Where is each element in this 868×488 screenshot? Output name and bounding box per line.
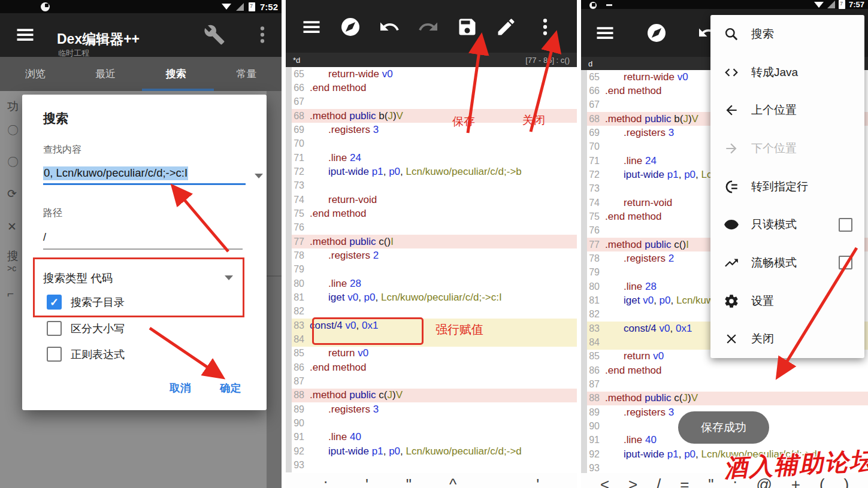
line-number: 82 <box>286 305 310 319</box>
code-line-86[interactable]: 86.end method <box>581 363 868 377</box>
line-number: 86 <box>286 360 310 374</box>
code-line-67[interactable]: 67 <box>286 95 577 109</box>
code-line-87[interactable]: 87 <box>286 374 577 388</box>
code-line-75[interactable]: 75.end method <box>286 207 577 220</box>
symbol-key[interactable]: < <box>600 474 609 488</box>
code-line-81[interactable]: 81iget v0, p0, Lcn/kuwo/peculiar/c/d;->c… <box>286 290 577 304</box>
menu-item-goto-line[interactable]: 转到指定行 <box>710 168 864 206</box>
symbol-key[interactable]: " <box>406 474 412 488</box>
signal-icon <box>827 1 835 8</box>
code-line-78[interactable]: 78.registers 2 <box>286 248 577 262</box>
code-line-72[interactable]: 72iput-wide p1, p0, Lcn/kuwo/peculiar/c/… <box>286 165 577 178</box>
find-input[interactable]: 0, Lcn/kuwo/peculiar/c/d;->c:I <box>43 166 246 185</box>
code-line-88[interactable]: 88.method public c(J)V <box>286 389 577 402</box>
code-line-65[interactable]: 65return-wide v0 <box>286 67 577 81</box>
line-number: 68 <box>581 112 605 126</box>
middle-phone-panel: *d [77 - 86] : c() 65return-wide v066.en… <box>286 0 577 488</box>
code-line-77[interactable]: 77.method public c()I <box>286 235 577 248</box>
menu-item-arrow-right[interactable]: 下个位置 <box>710 129 864 168</box>
code-line-74[interactable]: 74return-void <box>286 193 577 207</box>
symbol-key[interactable]: : <box>323 474 328 488</box>
code-text: iput-wide p1, p0, Lcn/kuwo/peculiar/c/d;… <box>310 165 522 178</box>
menu-icon[interactable] <box>594 22 616 44</box>
symbol-key[interactable]: ' <box>536 474 539 488</box>
code-line-71[interactable]: 71.line 24 <box>286 151 577 165</box>
checkbox-unchecked[interactable] <box>839 256 852 269</box>
code-line-90[interactable]: 90 <box>286 416 577 430</box>
menu-item-trending[interactable]: 流畅模式 <box>710 244 864 282</box>
symbol-key[interactable]: ^ <box>449 474 456 488</box>
edit-icon[interactable] <box>495 16 517 38</box>
menu-item-close[interactable]: 关闭 <box>710 320 864 358</box>
redo-icon[interactable] <box>418 16 439 38</box>
menu-item-arrow-left[interactable]: 上个位置 <box>710 91 864 129</box>
symbol-key[interactable]: ' <box>365 474 368 488</box>
code-line-73[interactable]: 73 <box>286 179 577 193</box>
cancel-button[interactable]: 取消 <box>170 381 190 395</box>
code-line-76[interactable]: 76 <box>286 221 577 235</box>
checkbox-checked[interactable]: ✓ <box>47 295 62 310</box>
code-text: .registers 3 <box>310 123 379 137</box>
code-line-86[interactable]: 86.end method <box>286 360 577 374</box>
search-type-dropdown[interactable]: 搜索类型 代码 <box>43 271 113 286</box>
path-input[interactable]: / <box>43 231 243 250</box>
option-2[interactable]: 区分大小写 <box>47 321 125 336</box>
line-number: 93 <box>581 461 605 473</box>
wrench-icon[interactable] <box>204 24 225 46</box>
code-line-79[interactable]: 79 <box>286 263 577 277</box>
tab-4[interactable]: 常量 <box>211 57 282 91</box>
navigate-icon[interactable] <box>646 22 667 44</box>
menu-item-eye[interactable]: 只读模式 <box>710 205 864 244</box>
chevron-down-icon[interactable] <box>225 275 233 280</box>
symbol-key[interactable]: , <box>494 474 498 488</box>
save-icon[interactable] <box>456 16 478 38</box>
code-text: return v0 <box>310 347 368 360</box>
code-line-87[interactable]: 87 <box>581 377 868 391</box>
line-number: 74 <box>581 196 605 210</box>
symbol-bar: :'"^,' <box>286 473 577 488</box>
undo-icon[interactable] <box>379 16 400 38</box>
code-line-85[interactable]: 85return v0 <box>286 347 577 360</box>
toast: 保存成功 <box>678 411 769 444</box>
background-glyph: 〇 <box>7 123 19 138</box>
ok-button[interactable]: 确定 <box>220 381 241 395</box>
menu-item-search[interactable]: 搜索 <box>710 15 864 53</box>
battery-icon <box>249 2 255 11</box>
dialog-title: 搜索 <box>43 110 68 127</box>
menu-item-label: 关闭 <box>751 331 852 347</box>
menu-item-label: 上个位置 <box>751 102 852 118</box>
symbol-key[interactable]: > <box>628 474 637 488</box>
symbol-key[interactable]: = <box>680 474 689 488</box>
tab-1[interactable]: 浏览 <box>0 57 71 91</box>
overflow-icon[interactable] <box>252 24 273 46</box>
menu-icon[interactable] <box>301 16 322 38</box>
line-number: 85 <box>581 350 605 363</box>
code-line-91[interactable]: 91.line 40 <box>286 431 577 444</box>
menu-icon[interactable] <box>14 24 36 46</box>
code-line-88[interactable]: 88.method public c(J)V <box>581 392 868 405</box>
menu-item-code-tags[interactable]: 转成Java <box>710 53 864 92</box>
code-line-70[interactable]: 70 <box>286 137 577 151</box>
tab-2[interactable]: 最近 <box>71 57 141 91</box>
code-line-89[interactable]: 89.registers 3 <box>286 402 577 416</box>
checkbox-unchecked[interactable] <box>47 347 62 362</box>
navigate-icon[interactable] <box>340 16 361 38</box>
trending-icon <box>724 255 739 271</box>
symbol-key[interactable]: " <box>708 474 713 488</box>
overflow-icon[interactable] <box>534 16 556 38</box>
code-line-92[interactable]: 92iput-wide p1, p0, Lcn/kuwo/peculiar/c/… <box>286 444 577 458</box>
battery-icon <box>839 0 845 9</box>
tab-3[interactable]: 搜索 <box>141 57 211 91</box>
chevron-down-icon[interactable] <box>255 174 263 178</box>
code-line-80[interactable]: 80.line 28 <box>286 277 577 290</box>
code-line-82[interactable]: 82 <box>286 305 577 319</box>
checkbox-unchecked[interactable] <box>839 218 852 232</box>
path-input-value: / <box>43 231 46 243</box>
symbol-key[interactable]: / <box>657 474 661 488</box>
option-3[interactable]: 正则表达式 <box>47 347 125 362</box>
menu-item-gear[interactable]: 设置 <box>710 282 864 320</box>
option-1[interactable]: ✓搜索子目录 <box>47 295 125 310</box>
code-line-66[interactable]: 66.end method <box>286 81 577 95</box>
checkbox-unchecked[interactable] <box>47 321 62 336</box>
code-line-93[interactable]: 93 <box>286 458 577 472</box>
